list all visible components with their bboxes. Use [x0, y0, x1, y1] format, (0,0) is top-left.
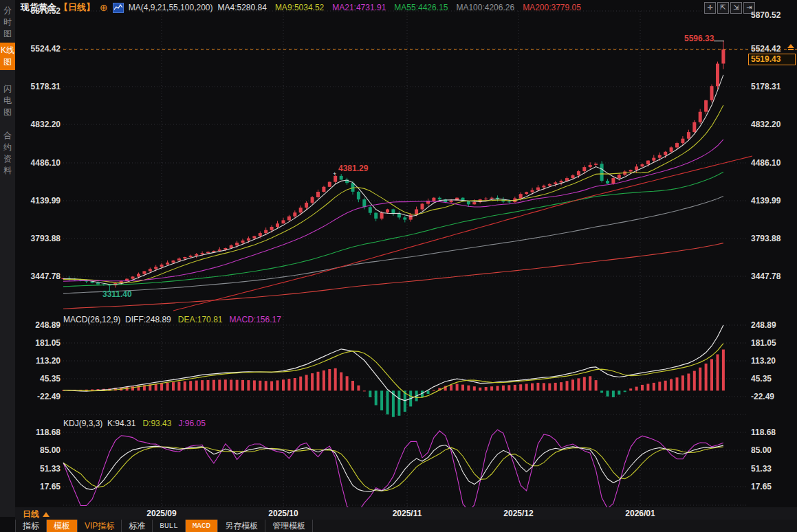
- sidebar-tab-4[interactable]: 合约资料: [0, 128, 15, 179]
- kdj-j-value: J:96.05: [178, 419, 205, 428]
- macd-dea-value: DEA:170.81: [178, 315, 223, 324]
- y-axis-label-left: 3793.88: [0, 234, 61, 243]
- tab-vip-indicators[interactable]: VIP指标: [78, 520, 122, 532]
- y-axis-label-left: 4832.20: [0, 120, 61, 129]
- tab-save-template[interactable]: 另存模板: [218, 520, 265, 532]
- ma-group-label: MA(4,9,21,55,100,200): [129, 3, 213, 12]
- macd-layer: [62, 325, 725, 417]
- kdj-pane-header: KDJ(9,3,3) K:94.31 D:93.43 J:96.05: [63, 419, 206, 428]
- macd-axis-label-right: 113.20: [751, 356, 796, 366]
- kdj-k-value: K:94.31: [107, 419, 135, 428]
- y-axis-label-right: 3447.78: [751, 271, 796, 281]
- ma-legend: MA4:5280.84MA9:5034.52MA21:4731.91MA55:4…: [217, 3, 580, 12]
- y-axis-label-left: 4486.10: [0, 158, 61, 168]
- kdj-axis-label-left: 17.65: [0, 482, 61, 491]
- y-axis-label-left: 4139.99: [0, 196, 61, 206]
- candles-layer: [62, 41, 725, 291]
- macd-diff-value: DIFF:248.89: [125, 315, 171, 324]
- y-axis-label-right: 4832.20: [751, 120, 796, 129]
- y-axis-label-right: 4486.10: [751, 158, 796, 168]
- kdj-d-value: D:93.43: [142, 419, 171, 428]
- grid-layer: [63, 11, 746, 516]
- macd-axis-label-right: -22.49: [751, 392, 796, 401]
- tab-manage-template[interactable]: 管理模板: [265, 520, 313, 532]
- y-axis-label-left: 3447.78: [0, 271, 61, 281]
- macd-pane-header: MACD(26,12,9) DIFF:248.89 DEA:170.81 MAC…: [63, 315, 281, 324]
- trading-app-window: + 分时图K线图闪电图合约资料 现货黄金 【日线】 ⊕ MA(4,9,21,55…: [0, 0, 797, 532]
- x-axis-date: 2026/01: [616, 509, 664, 518]
- y-axis-label-right: 4139.99: [751, 196, 796, 206]
- kdj-axis-label-left: 85.00: [0, 445, 61, 455]
- price-line-layer: +: [63, 41, 797, 177]
- tab-indicators[interactable]: 指标: [15, 520, 47, 532]
- last-price-tag: 5519.43: [748, 54, 796, 65]
- left-sidebar: 分时图K线图闪电图合约资料: [0, 0, 15, 517]
- x-axis-date: 2025/10: [259, 509, 307, 518]
- local-high-annotation: 4381.29: [338, 164, 368, 173]
- macd-title: MACD(26,12,9): [63, 315, 120, 324]
- chart-header: 现货黄金 【日线】 ⊕ MA(4,9,21,55,100,200) MA4:52…: [21, 0, 581, 15]
- chart-toolbar-icons: ✛⇱⇲⇥: [704, 2, 755, 14]
- kdj-axis-label-right: 51.33: [751, 464, 796, 474]
- macd-axis-label-right: 45.35: [751, 374, 796, 384]
- x-axis-date: 2025/09: [138, 509, 186, 518]
- x-axis-date: 2025/11: [383, 509, 431, 518]
- macd-value: MACD:156.17: [230, 315, 281, 324]
- macd-axis-label-right: 248.89: [751, 320, 796, 330]
- axis-right-icon[interactable]: ⇲: [730, 2, 742, 14]
- kdj-title: KDJ(9,3,3): [63, 419, 102, 428]
- ma-lines-layer: [63, 75, 752, 311]
- macd-axis-label-right: 181.05: [751, 338, 796, 348]
- ma-legend-item: MA200:3779.05: [523, 3, 581, 12]
- tab-macd[interactable]: MACD: [186, 520, 218, 532]
- bottom-toolbar: 指标模板VIP指标标准BULLMACD另存模板管理模板: [15, 520, 797, 532]
- chevron-up-icon: [43, 512, 50, 517]
- jump-to-latest-icon[interactable]: [787, 44, 795, 52]
- svg-text:+: +: [333, 170, 336, 177]
- pan-icon[interactable]: ✛: [704, 2, 716, 14]
- y-axis-label-left: 5870.52: [0, 6, 61, 16]
- kdj-axis-label-right: 17.65: [751, 482, 796, 491]
- period-selector[interactable]: 日线: [23, 509, 50, 520]
- ma-legend-item: MA9:5034.52: [275, 3, 324, 12]
- ma-legend-item: MA21:4731.91: [332, 3, 386, 12]
- macd-axis-label-left: 248.89: [0, 320, 61, 330]
- kdj-axis-label-left: 118.68: [0, 428, 61, 437]
- period-tag[interactable]: 【日线】: [59, 1, 95, 14]
- ma-legend-item: MA100:4206.26: [456, 3, 514, 12]
- lowest-price-annotation: 3311.40: [102, 289, 132, 299]
- y-axis-label-right: 5870.52: [751, 10, 796, 20]
- tab-standard[interactable]: 标准: [122, 520, 153, 532]
- tab-templates[interactable]: 模板: [47, 520, 78, 532]
- y-axis-label-left: 5524.42: [0, 44, 61, 54]
- date-axis-row: 日线 2025/092025/102025/112025/122026/01: [15, 507, 797, 520]
- kdj-axis-label-right: 118.68: [751, 428, 796, 437]
- tab-bull[interactable]: BULL: [153, 520, 185, 532]
- kdj-layer: [63, 430, 723, 511]
- chart-thumbnail-icon[interactable]: [113, 3, 124, 13]
- y-axis-label-right: 3793.88: [751, 234, 796, 243]
- macd-axis-label-left: 113.20: [0, 356, 61, 366]
- kdj-axis-label-right: 85.00: [751, 445, 796, 455]
- axis-left-icon[interactable]: ⇱: [717, 2, 729, 14]
- y-axis-label-left: 5178.31: [0, 82, 61, 91]
- add-indicator-icon[interactable]: ⊕: [100, 3, 108, 12]
- ma-legend-item: MA55:4426.15: [394, 3, 448, 12]
- macd-axis-label-left: 181.05: [0, 338, 61, 348]
- macd-axis-label-left: 45.35: [0, 374, 61, 384]
- chart-canvas[interactable]: +: [0, 0, 797, 532]
- ma-legend-item: MA4:5280.84: [217, 3, 266, 12]
- kdj-axis-label-left: 51.33: [0, 464, 61, 474]
- y-axis-label-right: 5178.31: [751, 82, 796, 91]
- highest-price-annotation: 5596.33: [684, 34, 714, 43]
- x-axis-date: 2025/12: [494, 509, 543, 518]
- macd-axis-label-left: -22.49: [0, 392, 61, 401]
